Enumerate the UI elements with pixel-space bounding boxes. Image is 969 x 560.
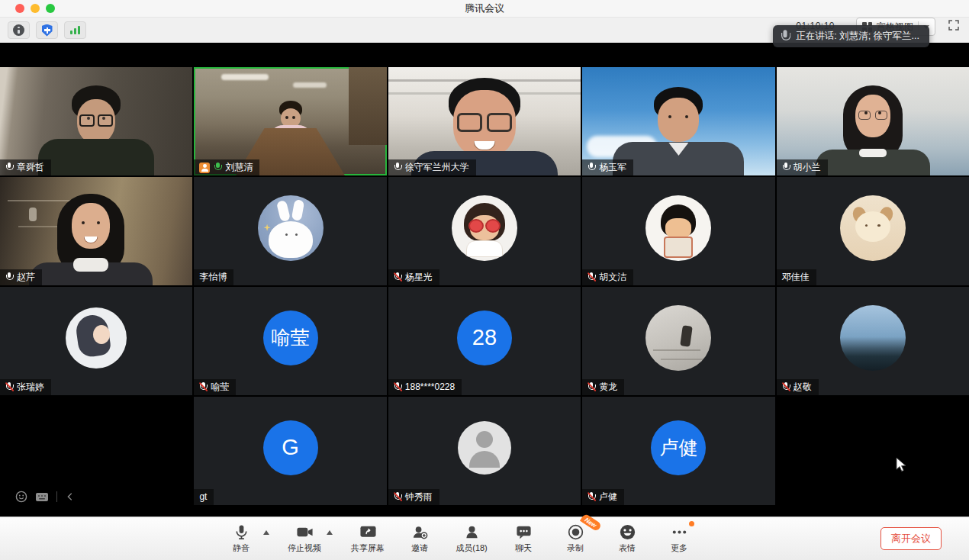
mic-muted-icon	[394, 382, 401, 393]
chat-button[interactable]: 聊天	[507, 523, 540, 554]
mic-on-icon	[394, 163, 401, 173]
stair-shape	[661, 359, 703, 360]
participant-tile-4[interactable]: 胡小兰	[777, 67, 969, 175]
mic-muted-icon	[199, 382, 207, 393]
participant-tile-17[interactable]: 钟秀雨	[388, 397, 581, 505]
mute-label: 静音	[233, 542, 249, 554]
mic-muted-icon	[394, 272, 401, 283]
network-signal-icon	[70, 26, 79, 34]
invite-button[interactable]: 邀请	[403, 523, 436, 554]
members-label: 成员(18)	[456, 542, 488, 554]
glasses-shape	[857, 111, 889, 120]
participant-name-tag: 卢健	[582, 489, 624, 505]
participant-name-tag: 钟秀雨	[388, 489, 439, 505]
mouse-cursor	[896, 457, 909, 473]
notification-dot	[689, 521, 694, 526]
mic-on-icon	[5, 163, 13, 173]
puppy-eye-shape	[865, 224, 868, 227]
face-shape	[665, 218, 691, 239]
share-screen-button[interactable]: 共享屏幕	[351, 523, 385, 554]
glasses-shape	[456, 113, 513, 128]
mic-muted-icon	[5, 382, 13, 393]
invite-label: 邀请	[411, 542, 428, 554]
participant-name-tag: 赵敬	[777, 379, 819, 395]
mic-on-icon	[782, 163, 790, 173]
participant-name-tag: 胡小兰	[777, 159, 828, 175]
participant-tile-10[interactable]: 张瑞婷	[0, 287, 192, 395]
emoji-quick-icon[interactable]	[15, 491, 27, 503]
chevron-left-icon[interactable]	[65, 491, 76, 502]
participant-name: 刘慧清	[225, 162, 253, 173]
record-button[interactable]: New 录制	[559, 523, 592, 554]
participant-tile-1[interactable]: 刘慧清	[194, 67, 386, 175]
ceiling-light-shape	[221, 74, 269, 80]
stop-video-button[interactable]: 停止视频	[288, 523, 321, 554]
ceiling-light-shape	[293, 82, 327, 88]
fullscreen-button[interactable]	[948, 19, 960, 31]
participant-name: 胡文洁	[599, 272, 626, 283]
leave-meeting-button[interactable]: 离开会议	[880, 527, 942, 550]
network-status-button[interactable]	[64, 21, 86, 39]
participant-name-tag: 杨玉军	[582, 159, 633, 175]
avatar-initials-text: 喻莹	[272, 325, 310, 350]
mic-speaking-icon	[214, 163, 221, 173]
video-options-arrow[interactable]	[327, 530, 333, 535]
participant-tile-16[interactable]: G gt	[194, 397, 386, 505]
active-speaker-text: 正在讲话: 刘慧清; 徐守军兰...	[796, 30, 919, 43]
collar-shape	[73, 258, 108, 272]
participant-tile-8[interactable]: 胡文洁	[582, 177, 774, 285]
participant-name: 钟秀雨	[405, 491, 433, 503]
participant-tile-6[interactable]: 李怡博	[194, 177, 386, 285]
mic-on-icon	[5, 272, 13, 283]
more-button[interactable]: 更多	[662, 523, 696, 554]
participant-tile-5[interactable]: 赵芹	[0, 177, 192, 285]
members-button[interactable]: 成员(18)	[455, 523, 488, 554]
emoji-button[interactable]: 表情	[610, 523, 644, 554]
minimize-window-button[interactable]	[31, 4, 40, 13]
fullscreen-icon	[948, 19, 960, 31]
participant-tile-11[interactable]: 喻莹 喻莹	[194, 287, 386, 395]
microphone-icon	[233, 523, 250, 541]
rabbit-ear-shape	[276, 200, 291, 222]
avatar-initials-text: 28	[472, 325, 497, 350]
star-shape	[264, 224, 271, 231]
participant-tile-0[interactable]: 章舜哲	[0, 67, 192, 175]
meeting-info-button[interactable]	[8, 21, 30, 39]
invite-icon	[411, 523, 429, 541]
participant-tile-13[interactable]: 黄龙	[582, 287, 774, 395]
collar-shape	[859, 149, 887, 157]
participant-tile-12[interactable]: 28 188****0228	[388, 287, 581, 395]
participant-name: 赵芹	[17, 272, 35, 283]
participant-name: 李怡博	[199, 272, 227, 283]
chat-icon	[515, 523, 533, 541]
avatar-initials: 卢健	[651, 420, 706, 475]
participant-tile-3[interactable]: 杨玉军	[582, 67, 774, 175]
puppy-eye-shape	[877, 224, 880, 227]
participant-name: 胡小兰	[794, 162, 821, 173]
security-button[interactable]	[36, 21, 58, 39]
avatar-cartoon-girl	[645, 195, 711, 261]
participant-name-tag: 喻莹	[194, 379, 236, 395]
participant-name: 喻莹	[211, 381, 229, 393]
mic-options-arrow[interactable]	[263, 530, 269, 535]
participant-name-tag: 章舜哲	[0, 159, 51, 175]
body-shape	[466, 240, 503, 257]
participant-tile-7[interactable]: 杨星光	[388, 177, 581, 285]
participant-tile-18[interactable]: 卢健 卢健	[582, 397, 774, 505]
participant-tile-14[interactable]: 赵敬	[777, 287, 969, 395]
face-shape	[658, 98, 699, 142]
zoom-window-button[interactable]	[46, 4, 55, 13]
silhouette-head-shape	[476, 431, 493, 448]
more-label: 更多	[671, 542, 687, 554]
participant-grid: 章舜哲 刘慧清	[0, 67, 969, 505]
active-speaker-toast: 正在讲话: 刘慧清; 徐守军兰...	[773, 25, 929, 47]
empty-tile	[777, 397, 969, 505]
floating-quick-tools	[15, 491, 76, 503]
participant-name: gt	[199, 491, 207, 503]
avatar-photo	[645, 305, 711, 371]
keyboard-quick-icon[interactable]	[35, 491, 49, 503]
participant-tile-9[interactable]: 邓佳佳	[777, 177, 969, 285]
participant-tile-2[interactable]: 徐守军兰州大学	[388, 67, 581, 175]
mute-button[interactable]: 静音	[224, 523, 258, 554]
close-window-button[interactable]	[15, 4, 24, 13]
